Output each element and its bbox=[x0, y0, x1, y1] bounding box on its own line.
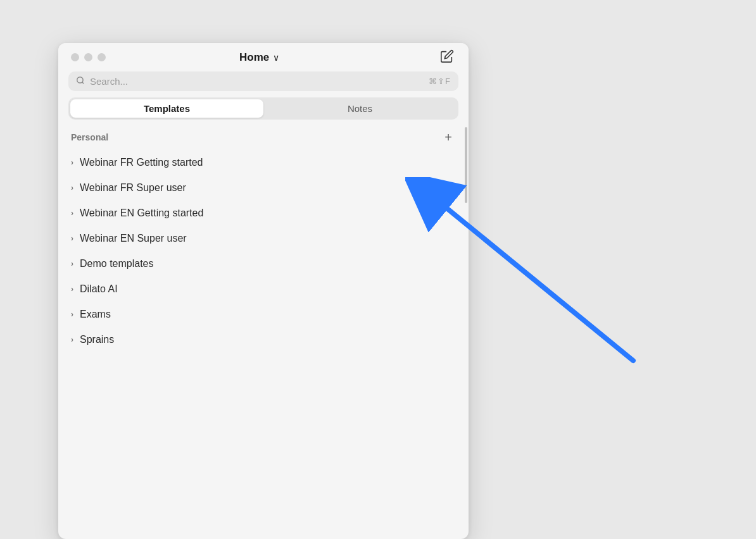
list-item-label: Demo templates bbox=[80, 258, 154, 270]
list-items: › Webinar FR Getting started › Webinar F… bbox=[58, 150, 469, 352]
search-bar[interactable]: Search... ⌘⇧F bbox=[68, 71, 458, 91]
traffic-light-fullscreen[interactable] bbox=[98, 53, 106, 61]
traffic-light-close[interactable] bbox=[71, 53, 79, 61]
chevron-right-icon: › bbox=[71, 183, 73, 192]
section-header-personal: Personal + bbox=[58, 127, 469, 150]
search-shortcut: ⌘⇧F bbox=[429, 77, 451, 86]
edit-icon[interactable] bbox=[438, 47, 456, 65]
search-bar-container: Search... ⌘⇧F bbox=[58, 69, 469, 97]
window-title-text: Home bbox=[239, 51, 269, 64]
compose-icon bbox=[440, 49, 454, 63]
titlebar: Home ∨ bbox=[58, 43, 469, 69]
app-window: Home ∨ Search... ⌘⇧F Templates bbox=[58, 43, 469, 539]
list-item[interactable]: › Webinar FR Getting started bbox=[61, 150, 466, 175]
list-item[interactable]: › Webinar EN Getting started bbox=[61, 201, 466, 226]
list-item-label: Webinar FR Getting started bbox=[80, 157, 203, 168]
svg-line-1 bbox=[82, 82, 84, 84]
chevron-right-icon: › bbox=[71, 259, 73, 268]
list-item[interactable]: › Webinar EN Super user bbox=[61, 226, 466, 251]
list-item[interactable]: › Sprains bbox=[61, 327, 466, 352]
search-placeholder: Search... bbox=[90, 76, 424, 87]
chevron-right-icon: › bbox=[71, 285, 73, 294]
list-item-label: Exams bbox=[80, 309, 111, 320]
list-item-label: Dilato AI bbox=[80, 283, 118, 295]
section-title-personal: Personal bbox=[71, 132, 108, 142]
list-item-label: Webinar EN Getting started bbox=[80, 208, 203, 219]
traffic-light-minimize[interactable] bbox=[84, 53, 92, 61]
tab-bar: Templates Notes bbox=[68, 97, 458, 120]
sidebar-content: Personal + › Webinar FR Getting started … bbox=[58, 127, 469, 539]
search-icon bbox=[76, 76, 85, 87]
scrollbar-track bbox=[463, 127, 469, 539]
list-item-label: Sprains bbox=[80, 334, 114, 345]
chevron-down-icon: ∨ bbox=[273, 53, 279, 63]
traffic-lights bbox=[71, 53, 106, 61]
chevron-right-icon: › bbox=[71, 310, 73, 319]
window-title[interactable]: Home ∨ bbox=[239, 51, 279, 64]
chevron-right-icon: › bbox=[71, 234, 73, 243]
list-item[interactable]: › Dilato AI bbox=[61, 276, 466, 302]
tab-templates[interactable]: Templates bbox=[70, 99, 263, 118]
add-section-button[interactable]: + bbox=[441, 130, 456, 145]
scrollbar-thumb[interactable] bbox=[465, 127, 467, 203]
svg-point-0 bbox=[77, 77, 83, 83]
tab-notes[interactable]: Notes bbox=[263, 99, 457, 118]
chevron-right-icon: › bbox=[71, 209, 73, 218]
list-item[interactable]: › Exams bbox=[61, 302, 466, 327]
list-item[interactable]: › Webinar FR Super user bbox=[61, 175, 466, 201]
chevron-right-icon: › bbox=[71, 158, 73, 167]
list-item-label: Webinar FR Super user bbox=[80, 182, 186, 194]
list-item[interactable]: › Demo templates bbox=[61, 251, 466, 276]
chevron-right-icon: › bbox=[71, 335, 73, 344]
list-item-label: Webinar EN Super user bbox=[80, 233, 187, 244]
